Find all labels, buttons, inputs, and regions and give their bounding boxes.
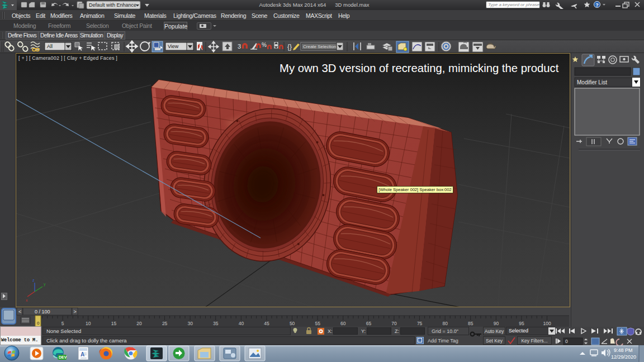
svg-text:<: < xyxy=(18,309,21,315)
svg-text:9:48 PM: 9:48 PM xyxy=(614,347,633,353)
svg-text:35: 35 xyxy=(213,321,219,326)
svg-text:80: 80 xyxy=(443,321,448,326)
svg-text:30: 30 xyxy=(188,321,193,326)
svg-text:View: View xyxy=(168,44,179,49)
svg-text:y: y xyxy=(44,282,46,287)
svg-text:90: 90 xyxy=(494,321,499,326)
svg-text:15: 15 xyxy=(111,321,117,326)
svg-text:55: 55 xyxy=(315,321,321,326)
svg-text:5: 5 xyxy=(61,321,64,326)
svg-text:>: > xyxy=(74,309,77,315)
svg-text:%: % xyxy=(262,42,267,48)
svg-text:12/29/2020: 12/29/2020 xyxy=(611,354,636,360)
svg-text:3: 3 xyxy=(238,43,241,50)
svg-text:Modifier List: Modifier List xyxy=(577,79,607,85)
svg-text:75: 75 xyxy=(417,321,423,326)
svg-text:0: 0 xyxy=(37,321,40,326)
svg-text:0 / 100: 0 / 100 xyxy=(35,309,50,315)
svg-text:25: 25 xyxy=(162,321,168,326)
svg-text:50: 50 xyxy=(290,321,295,326)
svg-text:DEV: DEV xyxy=(59,355,67,359)
svg-text:100: 100 xyxy=(543,321,551,326)
svg-text:95: 95 xyxy=(519,321,524,326)
svg-text:10: 10 xyxy=(86,321,91,326)
svg-text:All: All xyxy=(47,44,53,49)
svg-text:x: x xyxy=(26,298,28,302)
svg-text:20: 20 xyxy=(136,321,142,326)
svg-text:{}: {} xyxy=(287,43,292,51)
svg-text:z: z xyxy=(32,278,35,282)
svg-text:65: 65 xyxy=(366,321,372,326)
svg-text:60: 60 xyxy=(340,321,346,326)
svg-text:85: 85 xyxy=(468,321,473,326)
svg-text:45: 45 xyxy=(264,321,269,326)
svg-text:0: 0 xyxy=(565,339,568,344)
svg-text:40: 40 xyxy=(239,321,244,326)
svg-text:70: 70 xyxy=(391,321,397,326)
